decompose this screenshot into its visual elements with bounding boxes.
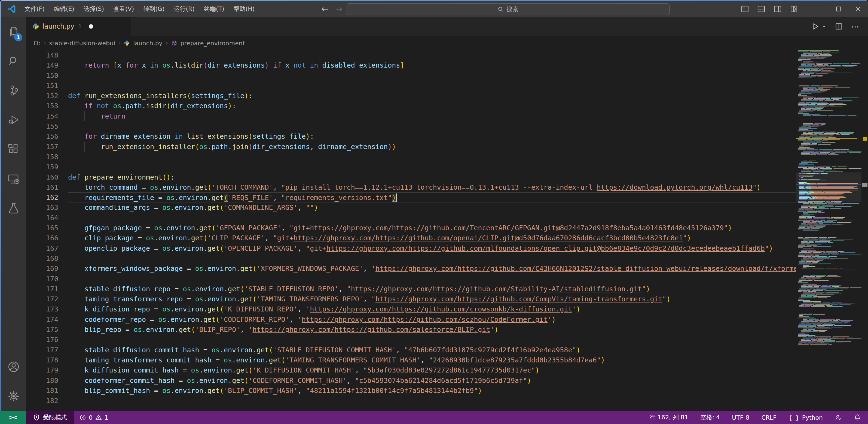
restricted-mode-item[interactable]: 受限模式 bbox=[26, 411, 74, 424]
sidebar-item-source-control[interactable] bbox=[1, 76, 26, 105]
line-content[interactable] bbox=[68, 396, 796, 406]
code-line[interactable]: 177 stable_diffusion_commit_hash = os.en… bbox=[26, 345, 796, 355]
code-line[interactable]: 156 for dirname_extension in list_extens… bbox=[26, 131, 796, 141]
cursor-position-item[interactable]: 行 162, 列 81 bbox=[650, 413, 688, 422]
line-content[interactable]: stable_diffusion_repo = os.environ.get('… bbox=[68, 284, 796, 294]
menu-view[interactable]: 查看(V) bbox=[108, 1, 138, 17]
line-content[interactable] bbox=[68, 253, 796, 263]
code-line[interactable]: 182 bbox=[26, 396, 796, 406]
line-content[interactable] bbox=[68, 50, 796, 60]
code-line[interactable]: 181 blip_commit_hash = os.environ.get('B… bbox=[26, 386, 796, 396]
code-line[interactable]: 175 blip_repo = os.environ.get('BLIP_REP… bbox=[26, 324, 796, 335]
code-line[interactable]: 172 taming_transformers_repo = os.enviro… bbox=[26, 294, 796, 304]
line-content[interactable]: k_diffusion_repo = os.environ.get('K_DIF… bbox=[68, 304, 796, 314]
navigate-back-icon[interactable]: ← bbox=[321, 4, 328, 13]
menu-goto[interactable]: 转到(G) bbox=[138, 1, 169, 17]
code-line[interactable]: 164 bbox=[26, 213, 796, 223]
code-line[interactable]: 152def run_extensions_installers(setting… bbox=[26, 91, 796, 101]
indentation-item[interactable]: 空格: 4 bbox=[700, 413, 720, 422]
toggle-panel-icon[interactable] bbox=[754, 2, 768, 16]
remote-indicator[interactable]: >< bbox=[0, 411, 26, 424]
line-content[interactable]: taming_transformers_commit_hash = os.env… bbox=[68, 355, 796, 365]
settings-button[interactable] bbox=[1, 381, 26, 411]
pylance-status-item[interactable] bbox=[835, 414, 842, 421]
problems-item[interactable]: 0 1 bbox=[74, 414, 114, 421]
code-line[interactable]: 162 requirements_file = os.environ.get('… bbox=[26, 192, 796, 202]
minimize-button[interactable] bbox=[809, 1, 829, 17]
navigate-forward-icon[interactable]: → bbox=[335, 4, 342, 13]
line-content[interactable]: stable_diffusion_commit_hash = os.enviro… bbox=[68, 345, 796, 355]
line-content[interactable]: taming_transformers_repo = os.environ.ge… bbox=[68, 294, 796, 304]
line-content[interactable]: return [x for x in os.listdir(dir_extens… bbox=[68, 60, 796, 70]
line-content[interactable]: return bbox=[68, 111, 796, 121]
menu-edit[interactable]: 编辑(E) bbox=[49, 1, 79, 17]
maximize-button[interactable] bbox=[829, 1, 848, 17]
sidebar-item-remote-explorer[interactable] bbox=[1, 164, 26, 194]
language-mode-item[interactable]: { } Python bbox=[788, 414, 823, 421]
code-line[interactable]: 174 codeformer_repo = os.environ.get('CO… bbox=[26, 314, 796, 324]
line-content[interactable]: codeformer_commit_hash = os.environ.get(… bbox=[68, 375, 796, 386]
line-content[interactable] bbox=[68, 335, 796, 345]
code-line[interactable]: 160def prepare_environment(): bbox=[26, 172, 796, 182]
line-content[interactable] bbox=[68, 121, 796, 131]
code-line[interactable]: 150 bbox=[26, 70, 796, 81]
line-content[interactable] bbox=[68, 70, 796, 81]
code-line[interactable]: 154 return bbox=[26, 111, 796, 121]
code-line[interactable]: 173 k_diffusion_repo = os.environ.get('K… bbox=[26, 304, 796, 314]
line-content[interactable]: torch_command = os.environ.get('TORCH_CO… bbox=[68, 182, 796, 192]
line-content[interactable]: requirements_file = os.environ.get('REQS… bbox=[68, 192, 796, 202]
menu-help[interactable]: 帮助(H) bbox=[229, 1, 259, 17]
overview-ruler[interactable] bbox=[862, 50, 868, 411]
breadcrumb-drive[interactable]: D: bbox=[34, 40, 40, 47]
close-button[interactable] bbox=[848, 1, 868, 17]
line-content[interactable] bbox=[68, 81, 796, 91]
menu-selection[interactable]: 选择(S) bbox=[79, 1, 108, 17]
code-line[interactable]: 179 k_diffusion_commit_hash = os.environ… bbox=[26, 365, 796, 375]
code-line[interactable]: 170 bbox=[26, 274, 796, 284]
line-content[interactable]: def prepare_environment(): bbox=[68, 172, 796, 182]
menu-run[interactable]: 运行(R) bbox=[169, 1, 199, 17]
split-editor-button[interactable] bbox=[835, 22, 843, 30]
code-area[interactable]: 148149 return [x for x in os.listdir(dir… bbox=[26, 50, 796, 411]
tab-modified-dot[interactable] bbox=[89, 24, 93, 29]
code-line[interactable]: 176 bbox=[26, 335, 796, 345]
code-line[interactable]: 178 taming_transformers_commit_hash = os… bbox=[26, 355, 796, 365]
code-line[interactable]: 163 commandline_args = os.environ.get('C… bbox=[26, 202, 796, 213]
line-content[interactable]: codeformer_repo = os.environ.get('CODEFO… bbox=[68, 314, 796, 324]
line-content[interactable]: blip_repo = os.environ.get('BLIP_REPO', … bbox=[68, 324, 796, 335]
code-line[interactable]: 151 bbox=[26, 81, 796, 91]
command-center-search[interactable]: 搜索 bbox=[347, 3, 670, 15]
menu-terminal[interactable]: 终端(T) bbox=[199, 1, 229, 17]
breadcrumb-symbol[interactable]: prepare_environment bbox=[181, 40, 245, 47]
breadcrumb-folder[interactable]: stable-diffusion-webui bbox=[49, 40, 115, 47]
code-line[interactable]: 158 bbox=[26, 152, 796, 162]
code-line[interactable]: 169 xformers_windows_package = os.enviro… bbox=[26, 263, 796, 274]
code-line[interactable]: 159 bbox=[26, 162, 796, 172]
line-content[interactable]: k_diffusion_commit_hash = os.environ.get… bbox=[68, 365, 796, 375]
line-content[interactable] bbox=[68, 274, 796, 284]
line-content[interactable]: commandline_args = os.environ.get('COMMA… bbox=[68, 202, 796, 213]
editor[interactable]: 148149 return [x for x in os.listdir(dir… bbox=[26, 50, 868, 411]
minimap[interactable] bbox=[796, 50, 862, 411]
code-line[interactable]: 165 gfpgan_package = os.environ.get('GFP… bbox=[26, 223, 796, 233]
sidebar-item-testing[interactable] bbox=[1, 194, 26, 223]
toggle-primary-sidebar-icon[interactable] bbox=[738, 2, 752, 16]
encoding-item[interactable]: UTF-8 bbox=[732, 414, 749, 421]
sidebar-item-search[interactable] bbox=[1, 46, 26, 76]
code-line[interactable]: 166 clip_package = os.environ.get('CLIP_… bbox=[26, 233, 796, 243]
sidebar-item-explorer[interactable]: 1 bbox=[1, 17, 26, 46]
line-content[interactable] bbox=[68, 213, 796, 223]
code-line[interactable]: 148 bbox=[26, 50, 796, 60]
line-content[interactable]: def run_extensions_installers(settings_f… bbox=[68, 91, 796, 101]
sidebar-item-run-debug[interactable] bbox=[1, 105, 26, 135]
account-button[interactable] bbox=[1, 352, 26, 381]
run-python-file-button[interactable] bbox=[811, 22, 827, 30]
line-content[interactable]: xformers_windows_package = os.environ.ge… bbox=[68, 263, 796, 274]
code-line[interactable]: 168 bbox=[26, 253, 796, 263]
line-content[interactable]: blip_commit_hash = os.environ.get('BLIP_… bbox=[68, 386, 796, 396]
code-line[interactable]: 155 bbox=[26, 121, 796, 131]
line-content[interactable]: run_extension_installer(os.path.join(dir… bbox=[68, 142, 796, 152]
code-line[interactable]: 167 openclip_package = os.environ.get('O… bbox=[26, 243, 796, 253]
line-content[interactable] bbox=[68, 162, 796, 172]
line-content[interactable]: if not os.path.isdir(dir_extensions): bbox=[68, 101, 796, 111]
